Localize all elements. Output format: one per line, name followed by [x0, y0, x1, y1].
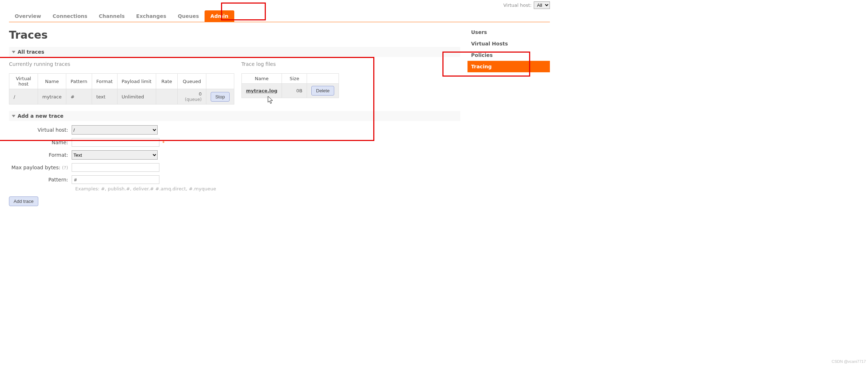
- chevron-down-icon: [12, 115, 15, 117]
- col-log-action: [307, 74, 339, 84]
- cell-log-action: Delete: [307, 84, 339, 98]
- tab-connections[interactable]: Connections: [47, 10, 93, 22]
- form-vhost-label: Virtual host:: [9, 127, 72, 133]
- cell-queued: 0 (queue): [177, 89, 206, 104]
- col-action: [206, 74, 234, 89]
- chevron-down-icon: [12, 51, 15, 53]
- col-rate: Rate: [156, 74, 177, 89]
- sidebar-item-vhosts[interactable]: Virtual Hosts: [467, 38, 550, 49]
- vhost-label: Virtual host:: [503, 3, 532, 8]
- cell-log-name[interactable]: mytrace.log: [241, 84, 282, 98]
- form-maxpayload-label: Max payload bytes: (?): [9, 165, 72, 170]
- vhost-select[interactable]: All: [534, 1, 550, 9]
- add-trace-button[interactable]: Add trace: [9, 196, 38, 206]
- form-name-label: Name:: [9, 140, 72, 145]
- cell-vhost: /: [9, 89, 38, 104]
- form-name-input[interactable]: [72, 138, 159, 147]
- section-label: Add a new trace: [18, 113, 63, 119]
- sidebar-item-policies[interactable]: Policies: [467, 49, 550, 61]
- col-log-size: Size: [282, 74, 307, 84]
- section-label: All traces: [18, 49, 44, 55]
- cell-log-size: 0B: [282, 84, 307, 98]
- col-log-name: Name: [241, 74, 282, 84]
- admin-sidebar: Users Virtual Hosts Policies Tracing: [467, 22, 550, 206]
- cell-payload: Unlimited: [117, 89, 156, 104]
- log-files-heading: Trace log files: [241, 61, 339, 67]
- table-row: mytrace.log 0B Delete: [241, 84, 339, 98]
- cell-pattern: #: [66, 89, 92, 104]
- col-pattern: Pattern: [66, 74, 92, 89]
- running-traces-table: Virtual host Name Pattern Format Payload…: [9, 73, 234, 104]
- add-trace-form: Virtual host: / Name: * Format: Text: [9, 125, 460, 206]
- section-all-traces[interactable]: All traces: [9, 47, 460, 57]
- col-queued: Queued: [177, 74, 206, 89]
- required-marker: *: [162, 140, 165, 145]
- tab-admin[interactable]: Admin: [205, 10, 234, 22]
- tab-queues[interactable]: Queues: [172, 10, 205, 22]
- cell-format: text: [92, 89, 117, 104]
- col-vhost: Virtual host: [9, 74, 38, 89]
- sidebar-item-tracing[interactable]: Tracing: [467, 61, 550, 72]
- form-pattern-input[interactable]: [72, 175, 159, 184]
- section-add-trace[interactable]: Add a new trace: [9, 111, 460, 121]
- running-traces-heading: Currently running traces: [9, 61, 234, 67]
- form-pattern-hint: Examples: #, publish.#, deliver.# #.amq.…: [75, 186, 460, 191]
- col-format: Format: [92, 74, 117, 89]
- form-vhost-select[interactable]: /: [72, 125, 158, 135]
- tab-channels[interactable]: Channels: [93, 10, 130, 22]
- cell-action: Stop: [206, 89, 234, 104]
- col-payload: Payload limit: [117, 74, 156, 89]
- log-files-table: Name Size mytrace.log 0B Delete: [241, 73, 339, 98]
- col-name: Name: [38, 74, 66, 89]
- help-icon[interactable]: (?): [62, 165, 68, 170]
- form-pattern-label: Pattern:: [9, 177, 72, 182]
- delete-button[interactable]: Delete: [311, 86, 334, 96]
- tab-overview[interactable]: Overview: [9, 10, 47, 22]
- table-row: / mytrace # text Unlimited 0 (queue): [9, 89, 234, 104]
- sidebar-item-users[interactable]: Users: [467, 26, 550, 38]
- stop-button[interactable]: Stop: [211, 92, 230, 102]
- topbar: Virtual host: All: [9, 0, 550, 10]
- cell-name: mytrace: [38, 89, 66, 104]
- running-traces-panel: Currently running traces Virtual host Na…: [9, 61, 234, 104]
- tab-exchanges[interactable]: Exchanges: [130, 10, 172, 22]
- main-tabs: Overview Connections Channels Exchanges …: [9, 10, 550, 22]
- form-format-label: Format:: [9, 152, 72, 158]
- form-format-select[interactable]: Text: [72, 150, 158, 160]
- cell-rate: [156, 89, 177, 104]
- page-title: Traces: [9, 29, 460, 41]
- form-maxpayload-input[interactable]: [72, 163, 159, 172]
- log-files-panel: Trace log files Name Size mytrace.log: [241, 61, 339, 98]
